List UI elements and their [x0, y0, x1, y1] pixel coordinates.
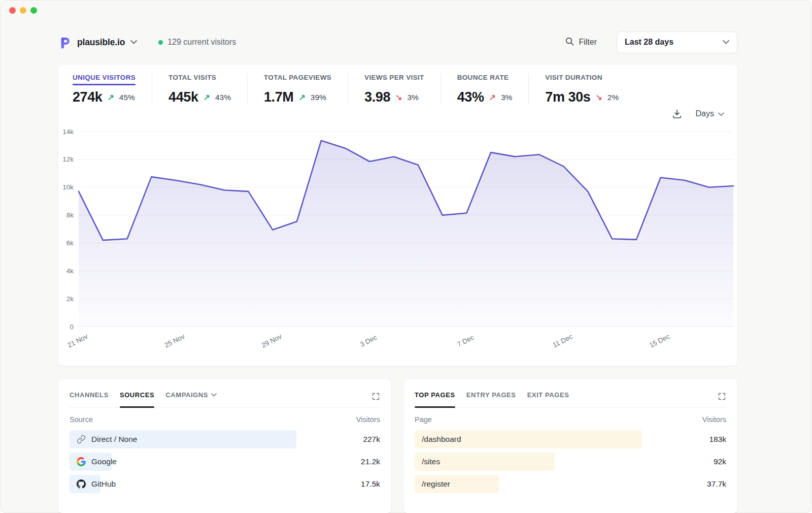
stat-label: VIEWS PER VISIT — [364, 74, 424, 85]
svg-text:21 Nov: 21 Nov — [66, 332, 89, 349]
chevron-down-icon — [211, 393, 217, 397]
minimize-window-button[interactable] — [20, 7, 26, 14]
close-window-button[interactable] — [9, 7, 16, 14]
stat-label: BOUNCE RATE — [457, 74, 509, 85]
visitors-overview-card: UNIQUE VISITORS274k↗45%TOTAL VISITS445k↗… — [58, 65, 737, 366]
row-label: Direct / None — [91, 435, 137, 444]
live-visitors-dot-icon — [158, 40, 163, 45]
svg-text:6k: 6k — [66, 239, 74, 247]
tab-campaigns[interactable]: CAMPAIGNS — [165, 391, 217, 407]
interval-dropdown[interactable]: Days — [696, 109, 724, 118]
zoom-window-button[interactable] — [30, 7, 37, 14]
arrow-up-icon: ↗ — [298, 92, 305, 102]
stat-label: TOTAL PAGEVIEWS — [264, 74, 331, 85]
tab-entry-pages[interactable]: ENTRY PAGES — [466, 391, 516, 407]
expand-icon[interactable] — [371, 391, 380, 401]
svg-text:15 Dec: 15 Dec — [648, 332, 671, 349]
link-icon — [77, 435, 86, 444]
site-chevron-down-icon[interactable] — [130, 40, 137, 44]
table-row[interactable]: GitHub17.5k — [70, 473, 380, 495]
row-visitors: 183k — [709, 435, 726, 444]
pages-rows: /dashboard183k/sites92k/register37.7k — [415, 428, 726, 495]
stat-label: VISIT DURATION — [545, 74, 602, 85]
stat-unique-visitors[interactable]: UNIQUE VISITORS274k↗45% — [73, 74, 152, 105]
table-row[interactable]: /dashboard183k — [415, 428, 726, 451]
stat-change: 45% — [119, 93, 135, 102]
stat-visit-duration[interactable]: VISIT DURATION7m 30s↘2% — [528, 74, 635, 105]
date-range-value: Last 28 days — [625, 38, 673, 47]
stat-total-pageviews[interactable]: TOTAL PAGEVIEWS1.7M↗39% — [247, 74, 348, 105]
chevron-down-icon — [718, 109, 724, 118]
stat-value: 3.98 — [364, 89, 390, 105]
app-window: plausible.io 129 current visitors Filter… — [0, 0, 812, 513]
row-label: /dashboard — [422, 435, 461, 444]
table-row[interactable]: /sites92k — [415, 451, 726, 473]
tab-sources[interactable]: SOURCES — [120, 391, 154, 407]
date-range-select[interactable]: Last 28 days — [617, 31, 737, 53]
stat-change: 3% — [501, 93, 512, 102]
table-row[interactable]: /register37.7k — [415, 473, 726, 495]
tab-channels[interactable]: CHANNELS — [70, 391, 109, 407]
sources-column-headers: Source Visitors — [70, 408, 380, 428]
github-icon — [77, 479, 86, 489]
table-row[interactable]: Google21.2k — [70, 451, 380, 473]
sources-tabs: CHANNELSSOURCESCAMPAIGNS — [70, 391, 217, 407]
svg-text:2k: 2k — [66, 295, 74, 303]
stat-value: 7m 30s — [545, 89, 590, 105]
pages-tabs-row: TOP PAGESENTRY PAGESEXIT PAGES — [415, 379, 726, 408]
arrow-up-icon: ↗ — [489, 92, 495, 102]
sources-tabs-row: CHANNELSSOURCESCAMPAIGNS — [70, 379, 380, 408]
stat-label: UNIQUE VISITORS — [73, 74, 136, 85]
svg-text:8k: 8k — [66, 211, 74, 219]
svg-text:0: 0 — [70, 323, 74, 331]
visitors-area-chart: 02k4k6k8k10k12k14k21 Nov25 Nov29 Nov3 De… — [58, 125, 737, 364]
dashboard-header: plausible.io 129 current visitors Filter… — [58, 30, 737, 54]
svg-text:12k: 12k — [62, 155, 74, 163]
stat-bounce-rate[interactable]: BOUNCE RATE43%↗3% — [441, 74, 529, 105]
stat-change: 39% — [311, 93, 326, 102]
stat-value: 445k — [168, 89, 198, 105]
table-row[interactable]: Direct / None227k — [70, 428, 380, 451]
google-icon — [77, 457, 86, 466]
expand-icon[interactable] — [718, 391, 726, 401]
svg-text:29 Nov: 29 Nov — [260, 332, 283, 349]
svg-text:10k: 10k — [62, 183, 74, 191]
filter-label: Filter — [579, 38, 597, 47]
download-icon[interactable] — [672, 109, 682, 119]
sources-panel: CHANNELSSOURCESCAMPAIGNS Source Visitors… — [58, 379, 391, 513]
chart-interval-controls: Days — [672, 109, 724, 119]
row-visitors: 92k — [714, 457, 726, 466]
row-visitors: 21.2k — [361, 457, 380, 466]
svg-text:7 Dec: 7 Dec — [456, 333, 475, 348]
tab-top-pages[interactable]: TOP PAGES — [415, 391, 455, 407]
current-visitors-count[interactable]: 129 current visitors — [167, 38, 236, 47]
row-label: GitHub — [91, 479, 116, 489]
search-icon — [565, 37, 574, 48]
filter-button[interactable]: Filter — [562, 37, 600, 48]
stat-change: 2% — [607, 93, 619, 102]
arrow-up-icon: ↗ — [204, 92, 210, 102]
row-visitors: 227k — [363, 435, 380, 444]
svg-text:25 Nov: 25 Nov — [163, 332, 186, 349]
stat-value: 1.7M — [264, 89, 293, 105]
row-label: /register — [422, 479, 450, 489]
site-name[interactable]: plausible.io — [77, 37, 125, 48]
stats-row: UNIQUE VISITORS274k↗45%TOTAL VISITS445k↗… — [73, 74, 635, 105]
row-visitors: 37.7k — [707, 479, 726, 489]
stat-total-visits[interactable]: TOTAL VISITS445k↗43% — [152, 74, 247, 105]
column-header-visitors: Visitors — [356, 415, 380, 424]
tab-exit-pages[interactable]: EXIT PAGES — [527, 391, 569, 407]
arrow-up-icon: ↗ — [107, 92, 114, 102]
column-header-visitors: Visitors — [702, 415, 726, 424]
plausible-logo-icon — [58, 36, 72, 49]
svg-text:4k: 4k — [66, 267, 74, 275]
svg-text:14k: 14k — [62, 128, 74, 136]
sources-rows: Direct / None227kGoogle21.2kGitHub17.5k — [70, 428, 380, 495]
stat-views-per-visit[interactable]: VIEWS PER VISIT3.98↘3% — [348, 74, 441, 105]
row-visitors: 17.5k — [361, 479, 380, 489]
stat-label: TOTAL VISITS — [168, 74, 216, 85]
interval-label: Days — [696, 109, 714, 118]
window-titlebar — [0, 0, 812, 20]
stat-value: 43% — [457, 89, 484, 105]
column-header-page: Page — [415, 415, 432, 424]
